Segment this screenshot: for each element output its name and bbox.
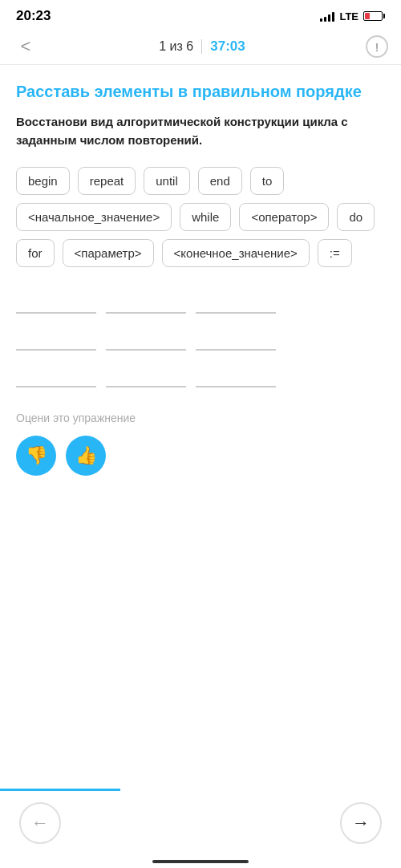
- main-content: Расставь элементы в правильном порядке В…: [0, 65, 401, 387]
- prev-button[interactable]: ←: [19, 802, 61, 844]
- slot-2-2[interactable]: [106, 322, 186, 351]
- back-button[interactable]: <: [13, 36, 38, 57]
- token-until[interactable]: until: [144, 167, 190, 195]
- rating-label: Оцени это упражнение: [16, 412, 385, 424]
- slot-3-1[interactable]: [16, 359, 96, 387]
- nav-bar: < 1 из 6 37:03 !: [0, 29, 401, 65]
- status-bar: 20:23 LTE: [0, 0, 401, 29]
- battery-icon: [363, 11, 385, 21]
- status-time: 20:23: [16, 8, 51, 24]
- token-operator[interactable]: <оператор>: [239, 203, 329, 231]
- token-end[interactable]: end: [198, 167, 242, 195]
- thumbdown-icon: 👎: [26, 445, 47, 466]
- slot-3-2[interactable]: [106, 359, 186, 387]
- token-for[interactable]: for: [16, 239, 55, 267]
- slots-row-1: [16, 285, 385, 314]
- token-to[interactable]: to: [250, 167, 285, 195]
- prev-arrow-icon: ←: [31, 813, 49, 834]
- rating-section: Оцени это упражнение 👎 👍: [0, 412, 401, 492]
- slot-2-3[interactable]: [196, 322, 276, 351]
- next-arrow-icon: →: [352, 813, 370, 834]
- rating-buttons: 👎 👍: [16, 436, 385, 476]
- token-nachalnoye[interactable]: <начальное_значение>: [16, 203, 172, 231]
- slot-1-3[interactable]: [196, 285, 276, 314]
- bottom-buttons: ← →: [0, 791, 401, 860]
- info-button[interactable]: !: [366, 35, 388, 58]
- slot-3-3[interactable]: [196, 359, 276, 387]
- status-icons: LTE: [320, 10, 385, 22]
- slots-row-2: [16, 322, 385, 351]
- lte-label: LTE: [339, 10, 358, 22]
- nav-center: 1 из 6 37:03: [159, 39, 245, 55]
- info-icon: !: [375, 40, 379, 54]
- token-konechnoye[interactable]: <конечное_значение>: [162, 239, 310, 267]
- token-assign[interactable]: :=: [318, 239, 352, 267]
- tokens-area: begin repeat until end to <начальное_зна…: [16, 167, 385, 267]
- thumbup-button[interactable]: 👍: [66, 436, 106, 476]
- token-do[interactable]: do: [337, 203, 375, 231]
- timer-display: 37:03: [210, 39, 245, 55]
- thumbdown-button[interactable]: 👎: [16, 436, 56, 476]
- bottom-nav: ← →: [0, 789, 401, 868]
- page-indicator: 1 из 6: [159, 39, 193, 54]
- slots-area: [16, 285, 385, 387]
- slot-1-2[interactable]: [106, 285, 186, 314]
- slot-1-1[interactable]: [16, 285, 96, 314]
- thumbup-icon: 👍: [75, 445, 97, 466]
- slot-2-1[interactable]: [16, 322, 96, 351]
- token-parametr[interactable]: <параметр>: [63, 239, 154, 267]
- home-indicator: [152, 860, 249, 863]
- exercise-description: Восстанови вид алгоритмической конструкц…: [16, 113, 385, 149]
- next-button[interactable]: →: [340, 802, 382, 844]
- exercise-title: Расставь элементы в правильном порядке: [16, 81, 385, 102]
- token-while[interactable]: while: [180, 203, 231, 231]
- nav-divider: [201, 39, 202, 54]
- token-begin[interactable]: begin: [16, 167, 70, 195]
- slots-row-3: [16, 359, 385, 387]
- token-repeat[interactable]: repeat: [78, 167, 136, 195]
- signal-icon: [320, 10, 334, 22]
